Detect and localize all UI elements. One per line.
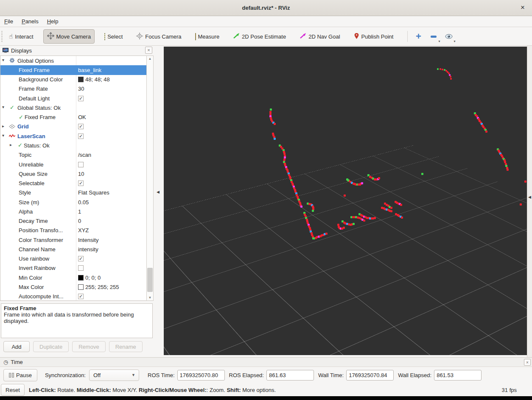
property-value[interactable]: XYZ xyxy=(78,227,89,233)
property-value[interactable]: 0 xyxy=(78,218,81,224)
property-value[interactable]: intensity xyxy=(78,246,98,253)
property-value[interactable]: 0; 0; 0 xyxy=(78,275,101,281)
property-row-status-ok[interactable]: ▸✓Status: Ok xyxy=(0,141,146,150)
property-row-use-rainbow[interactable]: Use rainbow✓ xyxy=(0,254,146,264)
window-close-icon[interactable]: × xyxy=(518,3,528,13)
tool-interact[interactable]: ☝Interact xyxy=(5,30,37,43)
expander-down-icon[interactable]: ▾ xyxy=(2,133,4,138)
checkbox-icon[interactable]: ✓ xyxy=(78,181,84,186)
property-value[interactable]: OK xyxy=(78,114,86,120)
checkbox-icon[interactable]: ✓ xyxy=(78,256,84,261)
property-value[interactable]: ✓ xyxy=(78,133,84,139)
scroll-thumb[interactable] xyxy=(147,268,153,292)
property-row-style[interactable]: StyleFlat Squares xyxy=(0,188,146,197)
property-row-frame-rate[interactable]: Frame Rate30 xyxy=(0,84,146,94)
property-value[interactable]: 48; 48; 48 xyxy=(78,76,110,83)
property-value[interactable] xyxy=(78,265,84,271)
field-input[interactable] xyxy=(266,370,314,381)
add-tool-button[interactable]: + xyxy=(412,30,425,43)
property-value[interactable]: ✓ xyxy=(78,256,84,261)
property-value[interactable]: Intensity xyxy=(78,237,98,243)
title-bar[interactable]: default.rviz* - RViz × xyxy=(0,0,532,16)
visibility-button[interactable]: ▾ xyxy=(442,30,455,43)
property-value[interactable]: 0.05 xyxy=(78,199,89,206)
scroll-down-icon[interactable]: ▼ xyxy=(147,296,153,300)
synchronization-select[interactable]: Off ▼ xyxy=(89,369,139,381)
property-tree[interactable]: ▾Global OptionsFixed Framebase_linkBackg… xyxy=(0,56,146,301)
collapse-right-icon[interactable]: ◀ xyxy=(528,195,531,199)
property-row-position-transfo-[interactable]: Position Transfo...XYZ xyxy=(0,226,146,235)
property-value[interactable]: /scan xyxy=(78,152,91,158)
property-row-unreliable[interactable]: Unreliable xyxy=(0,160,146,169)
collapse-left-icon[interactable]: ◀ xyxy=(157,190,160,194)
menu-item-file[interactable]: File xyxy=(4,17,17,26)
expander-down-icon[interactable]: ▾ xyxy=(2,58,4,62)
render-view[interactable] xyxy=(164,47,527,355)
tree-scrollbar[interactable]: ▲ ▼ xyxy=(146,56,154,301)
property-value[interactable]: Flat Squares xyxy=(78,189,109,196)
property-row-selectable[interactable]: Selectable✓ xyxy=(0,178,146,188)
property-row-background-color[interactable]: Background Color48; 48; 48 xyxy=(0,75,146,84)
field-input[interactable] xyxy=(434,370,482,381)
menu-item-panels[interactable]: Panels xyxy=(22,17,43,26)
pause-button[interactable]: Pause xyxy=(3,369,37,381)
property-value[interactable]: 1 xyxy=(78,208,81,215)
property-row-channel-name[interactable]: Channel Nameintensity xyxy=(0,244,146,254)
property-value[interactable]: ✓ xyxy=(78,294,84,299)
property-row-topic[interactable]: Topic/scan xyxy=(0,150,146,160)
field-input[interactable] xyxy=(346,370,394,381)
time-panel-header[interactable]: ◷ Time × xyxy=(0,358,532,367)
dropdown-caret-icon[interactable]: ▾ xyxy=(454,40,455,43)
tool-2d-nav-goal[interactable]: 2D Nav Goal xyxy=(296,30,344,43)
property-row-fixed-frame[interactable]: ✓Fixed FrameOK xyxy=(0,113,146,122)
toolbar-drag-handle[interactable] xyxy=(1,31,3,42)
property-row-alpha[interactable]: Alpha1 xyxy=(0,207,146,216)
remove-tool-button[interactable]: ▾ xyxy=(427,30,440,43)
property-row-default-light[interactable]: Default Light✓ xyxy=(0,94,146,103)
checkbox-icon[interactable]: ✓ xyxy=(78,294,84,299)
right-splitter[interactable]: ◀ xyxy=(527,46,532,357)
tool-measure[interactable]: Measure xyxy=(191,31,224,43)
property-row-decay-time[interactable]: Decay Time0 xyxy=(0,217,146,226)
property-row-grid[interactable]: ▸Grid✓ xyxy=(0,122,146,131)
property-row-fixed-frame[interactable]: Fixed Framebase_link xyxy=(0,65,146,75)
left-splitter[interactable]: ◀ xyxy=(154,46,164,357)
property-row-global-options[interactable]: ▾Global Options xyxy=(0,56,146,65)
property-value[interactable]: 10 xyxy=(78,171,84,177)
property-row-min-color[interactable]: Min Color0; 0; 0 xyxy=(0,273,146,282)
property-value[interactable] xyxy=(78,162,84,167)
tool-publish-point[interactable]: Publish Point xyxy=(350,30,398,44)
tool-move-camera[interactable]: Move Camera xyxy=(43,29,95,44)
displays-close-icon[interactable]: × xyxy=(145,47,152,54)
property-row-invert-rainbow[interactable]: Invert Rainbow xyxy=(0,264,146,273)
checkbox-icon[interactable]: ✓ xyxy=(78,133,84,139)
checkbox-icon[interactable]: ✓ xyxy=(78,124,84,129)
property-value[interactable]: 30 xyxy=(78,86,84,92)
tool-select[interactable]: Select xyxy=(101,31,126,43)
displays-header[interactable]: Displays × xyxy=(0,46,154,55)
tool-focus-camera[interactable]: Focus Camera xyxy=(132,30,185,44)
property-value[interactable]: base_link xyxy=(78,67,101,73)
add-button[interactable]: Add xyxy=(3,341,30,352)
property-row-global-status-ok[interactable]: ▾✓Global Status: Ok xyxy=(0,103,146,112)
property-row-max-color[interactable]: Max Color255; 255; 255 xyxy=(0,282,146,292)
property-row-color-transformer[interactable]: Color TransformerIntensity xyxy=(0,235,146,244)
expander-right-icon[interactable]: ▸ xyxy=(10,142,12,147)
property-row-autocompute-int-[interactable]: Autocompute Int...✓ xyxy=(0,292,146,301)
property-value[interactable]: ✓ xyxy=(78,124,84,129)
property-row-size-m-[interactable]: Size (m)0.05 xyxy=(0,197,146,207)
property-row-laserscan[interactable]: ▾LaserScan✓ xyxy=(0,131,146,141)
dropdown-caret-icon[interactable]: ▾ xyxy=(438,40,440,43)
expander-down-icon[interactable]: ▾ xyxy=(2,105,4,109)
checkbox-icon[interactable]: ✓ xyxy=(78,96,84,101)
time-panel-close-icon[interactable]: × xyxy=(524,359,531,366)
scroll-up-icon[interactable]: ▲ xyxy=(147,57,153,61)
menu-item-help[interactable]: Help xyxy=(47,17,63,26)
checkbox-icon[interactable] xyxy=(78,265,84,271)
property-row-queue-size[interactable]: Queue Size10 xyxy=(0,169,146,178)
property-value[interactable]: ✓ xyxy=(78,181,84,186)
property-value[interactable]: ✓ xyxy=(78,96,84,101)
property-value[interactable]: 255; 255; 255 xyxy=(78,284,119,290)
field-input[interactable] xyxy=(177,370,225,381)
tool-2d-pose-estimate[interactable]: 2D Pose Estimate xyxy=(229,30,290,43)
